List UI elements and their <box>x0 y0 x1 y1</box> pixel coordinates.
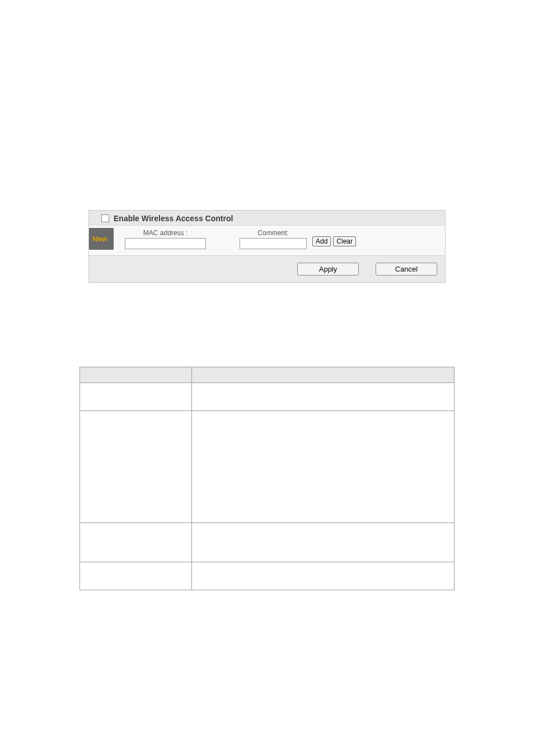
table-cell <box>80 383 192 411</box>
row-label-new: New <box>89 228 114 250</box>
table-cell <box>192 411 455 523</box>
table-header-2 <box>192 367 455 383</box>
table-cell <box>192 383 455 411</box>
table-cell <box>80 411 192 523</box>
table-cell <box>192 562 455 590</box>
panel-title: Enable Wireless Access Control <box>114 214 233 223</box>
mac-label: MAC address : <box>143 229 188 237</box>
mac-input[interactable] <box>125 238 206 249</box>
comment-label: Comment: <box>257 229 288 237</box>
add-clear-group: Add Clear <box>312 236 356 246</box>
apply-button[interactable]: Apply <box>297 263 359 276</box>
access-control-panel: Enable Wireless Access Control New MAC a… <box>88 210 446 283</box>
table-cell <box>80 523 192 562</box>
description-table <box>79 367 455 590</box>
clear-button[interactable]: Clear <box>333 236 356 246</box>
panel-footer: Apply Cancel <box>89 255 445 282</box>
mac-field-block: MAC address : <box>125 229 206 249</box>
new-entry-row: New MAC address : Comment: Add Clear <box>89 225 445 255</box>
table-header-1 <box>80 367 192 383</box>
comment-field-block: Comment: <box>240 229 307 249</box>
enable-checkbox[interactable] <box>101 214 109 222</box>
panel-header: Enable Wireless Access Control <box>89 211 445 225</box>
table-cell <box>80 562 192 590</box>
comment-input[interactable] <box>240 238 307 249</box>
add-button[interactable]: Add <box>312 236 331 246</box>
cancel-button[interactable]: Cancel <box>376 263 437 276</box>
table-cell <box>192 523 455 562</box>
